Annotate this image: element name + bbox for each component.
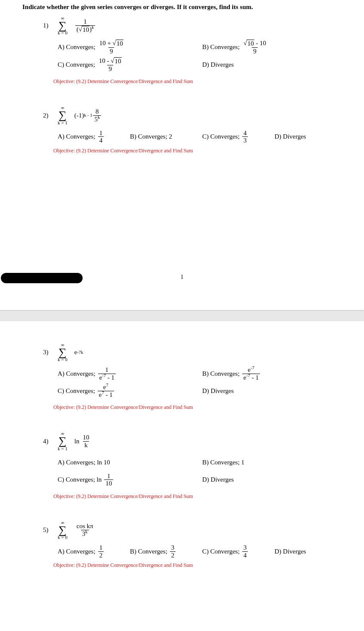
redaction-block <box>1 273 83 283</box>
answer-options: A) Converges; 14 B) Converges; 2 C) Conv… <box>58 130 347 144</box>
option-a: A) Converges; 14 <box>58 130 130 144</box>
option-b: B) Converges; 2 <box>130 130 202 144</box>
objective-text: Objective: (9.2) Determine Convergence/D… <box>53 493 347 500</box>
problem-2: 2) ∞ ∑ k = 1 (-1)k - 1 8 5k A) Converges… <box>43 105 347 154</box>
problem-1: 1) ∞ ∑ k = 0 1 (10)k A) Converges; 10 + … <box>43 16 347 85</box>
option-a: A) Converges; 10 + 10 9 <box>58 40 202 55</box>
sigma-notation: ∞ ∑ k = 0 <box>58 16 68 35</box>
answer-options: A) Converges; 12 B) Converges; 32 C) Con… <box>58 544 347 559</box>
problem-5: 5) ∞ ∑ k = 0 cos kπ 3k A) Converges; 12 … <box>43 520 347 569</box>
answer-options: A) Converges; ln 10 B) Converges; 1 C) C… <box>58 455 347 490</box>
option-d: D) Diverges <box>202 473 347 487</box>
page-2: 3) ∞ ∑ k = 0 e-7k A) Converges; 1 e-7 - … <box>0 321 364 631</box>
option-a: A) Converges; 1 e-7 - 1 <box>58 366 202 381</box>
series-expression: ln 10 k <box>74 434 92 449</box>
page-number: 1 <box>181 274 184 281</box>
problem-number: 4) <box>43 438 53 445</box>
problem-number: 3) <box>43 349 53 356</box>
series-expression: cos kπ 3k <box>74 523 96 537</box>
option-c: C) Converges; 10 - 10 9 <box>58 57 202 72</box>
objective-text: Objective: (9.2) Determine Convergence/D… <box>53 148 347 154</box>
option-d: D) Diverges <box>202 384 347 398</box>
option-a: A) Converges; 12 <box>58 544 130 559</box>
series-expression: (-1)k - 1 8 5k <box>74 108 102 123</box>
sigma-notation: ∞ ∑ k = 1 <box>58 105 68 125</box>
sigma-notation: ∞ ∑ k = 0 <box>58 343 68 362</box>
option-b: B) Converges; 32 <box>130 544 202 559</box>
objective-text: Objective: (9.2) Determine Convergence/D… <box>53 562 347 569</box>
sigma-notation: ∞ ∑ k = 1 <box>58 431 68 451</box>
option-b: B) Converges; 1 <box>202 455 347 470</box>
series-expression: 1 (10)k <box>74 18 96 33</box>
option-d: D) Diverges <box>275 544 347 559</box>
option-c: C) Converges; ln 110 <box>58 473 202 487</box>
option-c: C) Converges; 43 <box>202 130 275 144</box>
answer-options: A) Converges; 1 e-7 - 1 B) Converges; e-… <box>58 366 347 401</box>
problem-number: 5) <box>43 526 53 534</box>
series-expression: e-7k <box>74 349 83 356</box>
objective-text: Objective: (9.2) Determine Convergence/D… <box>53 404 347 411</box>
option-d: D) Diverges <box>275 130 347 144</box>
option-a: A) Converges; ln 10 <box>58 455 202 470</box>
problem-4: 4) ∞ ∑ k = 1 ln 10 k A) Converges; ln 10… <box>43 431 347 499</box>
instructions-heading: Indicate whether the given series conver… <box>22 3 347 11</box>
problem-number: 2) <box>43 112 53 119</box>
problem-3: 3) ∞ ∑ k = 0 e-7k A) Converges; 1 e-7 - … <box>43 343 347 411</box>
option-c: C) Converges; 34 <box>202 544 275 559</box>
sigma-notation: ∞ ∑ k = 0 <box>58 520 68 540</box>
option-b: B) Converges; 10 - 10 9 <box>202 40 347 55</box>
problem-number: 1) <box>43 22 53 29</box>
option-b: B) Converges; e-7 e-7 - 1 <box>202 366 347 381</box>
answer-options: A) Converges; 10 + 10 9 B) Converges; 10… <box>58 40 347 75</box>
option-d: D) Diverges <box>202 57 347 72</box>
option-c: C) Converges; e7 e7 - 1 <box>58 384 202 398</box>
objective-text: Objective: (9.2) Determine Convergence/D… <box>53 78 347 85</box>
page-1: Indicate whether the given series conver… <box>0 0 364 310</box>
